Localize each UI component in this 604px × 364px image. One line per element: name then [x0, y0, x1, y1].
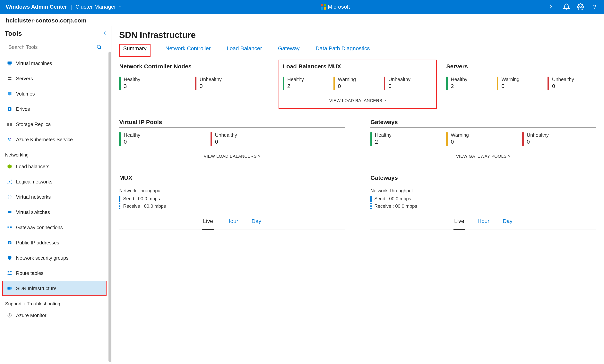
- servers-icon: [7, 76, 13, 82]
- sidebar-item-public-ip[interactable]: IPPublic IP addresses: [2, 235, 107, 250]
- gateway-connections-icon: [7, 224, 13, 230]
- card-title: Servers: [446, 63, 596, 72]
- send-indicator: [119, 196, 120, 202]
- top-bar: Windows Admin Center | Cluster Manager M…: [0, 0, 604, 14]
- section-dropdown[interactable]: Cluster Manager: [76, 4, 122, 10]
- sidebar-item-gateway-connections[interactable]: Gateway connections: [2, 220, 107, 235]
- time-tab-day[interactable]: Day: [502, 217, 513, 230]
- sidebar-item-virtual-networks[interactable]: Virtual networks: [2, 189, 107, 205]
- svg-rect-25: [10, 226, 12, 228]
- search-tools[interactable]: [5, 40, 105, 54]
- sidebar-item-label: Volumes: [16, 91, 35, 97]
- sidebar-item-virtual-switches[interactable]: Virtual switches: [2, 205, 107, 220]
- svg-text:IP: IP: [9, 242, 11, 244]
- time-tab-live[interactable]: Live: [453, 217, 465, 230]
- view-link[interactable]: VIEW LOAD BALANCERS >: [204, 154, 261, 159]
- stat: Warning0: [497, 77, 546, 90]
- stat-label: Unhealthy: [215, 132, 237, 138]
- stat-value: 0: [124, 139, 140, 145]
- tab-summary[interactable]: Summary: [119, 44, 151, 57]
- stat-value: 0: [501, 83, 519, 89]
- sidebar-item-virtual-machines[interactable]: Virtual machines: [2, 56, 107, 71]
- sidebar-item-storage-replica[interactable]: Storage Replica: [2, 117, 107, 132]
- status-bar-green: [370, 132, 372, 146]
- svg-marker-17: [8, 165, 12, 169]
- virtual-switches-icon: [7, 209, 13, 215]
- svg-rect-6: [9, 65, 10, 65]
- time-tab-live[interactable]: Live: [202, 217, 214, 230]
- svg-point-21: [8, 183, 9, 184]
- svg-rect-23: [8, 211, 12, 213]
- time-tab-day[interactable]: Day: [251, 217, 262, 230]
- content-area: SDN Infrastructure SummaryNetwork Contro…: [112, 26, 604, 364]
- sidebar-item-volumes[interactable]: Volumes: [2, 86, 107, 101]
- send-metric: Send : 00.0 mbps: [374, 196, 411, 201]
- time-tab-hour[interactable]: Hour: [226, 217, 239, 230]
- sidebar-item-logical-networks[interactable]: Logical networks: [2, 174, 107, 189]
- microsoft-tiles-icon: [321, 4, 326, 10]
- tab-data-path-diagnostics[interactable]: Data Path Diagnostics: [315, 44, 371, 57]
- stat-value: 2: [287, 83, 304, 89]
- stat: Healthy0: [119, 132, 209, 146]
- sidebar-item-label: Storage Replica: [16, 121, 51, 127]
- sidebar-item-label: Virtual machines: [16, 61, 52, 66]
- sidebar-item-route-tables[interactable]: Route tables: [2, 266, 107, 281]
- svg-point-3: [97, 45, 101, 49]
- tab-network-controller[interactable]: Network Controller: [164, 44, 212, 57]
- sidebar-item-nsg[interactable]: Network security groups: [2, 250, 107, 266]
- svg-point-2: [594, 8, 595, 9]
- settings-icon[interactable]: [577, 3, 584, 10]
- chevron-down-icon: [117, 4, 122, 10]
- stat-value: 0: [215, 139, 237, 145]
- collapse-sidebar-icon[interactable]: [102, 30, 108, 37]
- send-metric: Send : 00.0 mbps: [123, 196, 160, 201]
- virtual-networks-icon: [7, 194, 13, 200]
- product-name[interactable]: Windows Admin Center: [6, 4, 67, 10]
- svg-point-15: [10, 138, 11, 139]
- svg-point-16: [9, 140, 11, 141]
- summary-card: GatewaysHealthy2Warning0Unhealthy0VIEW G…: [370, 119, 596, 159]
- topbar-right-icons: [549, 3, 600, 10]
- status-bar-green: [446, 77, 448, 90]
- notifications-icon[interactable]: [563, 3, 570, 10]
- sidebar-item-label: Gateway connections: [16, 225, 63, 230]
- tab-load-balancer[interactable]: Load Balancer: [226, 44, 263, 57]
- sidebar-item-label: Azure Kubernetes Service: [16, 137, 73, 142]
- stat: Healthy2: [446, 77, 495, 90]
- card-title: Gateways: [370, 174, 596, 183]
- throughput-subhead: Network Throughput: [370, 188, 596, 194]
- cluster-host: hcicluster-contoso.corp.com: [0, 14, 604, 26]
- sidebar-item-load-balancers[interactable]: Load balancers: [2, 159, 107, 174]
- section-label: Cluster Manager: [76, 4, 116, 10]
- sidebar-scrollbar[interactable]: [109, 52, 111, 362]
- sidebar-item-sdn-infrastructure[interactable]: SDN Infrastructure: [2, 281, 107, 296]
- sidebar-item-label: Virtual networks: [16, 194, 51, 200]
- stat-value: 0: [451, 139, 469, 145]
- stat-label: Unhealthy: [388, 77, 411, 82]
- svg-rect-33: [8, 287, 10, 290]
- throughput-card: MUXNetwork ThroughputSend : 00.0 mbpsRec…: [119, 174, 345, 230]
- sidebar-item-label: Drives: [16, 106, 30, 112]
- stat-label: Healthy: [451, 77, 467, 82]
- view-link[interactable]: VIEW LOAD BALANCERS >: [329, 98, 386, 103]
- status-bar-red: [211, 132, 212, 146]
- sidebar-item-azure-monitor[interactable]: Azure Monitor: [2, 308, 107, 323]
- view-link[interactable]: VIEW GATEWAY POOLS >: [456, 154, 511, 159]
- throughput-card: GatewaysNetwork ThroughputSend : 00.0 mb…: [370, 174, 596, 230]
- card-title: Network Controller Nodes: [119, 63, 269, 72]
- page-title: SDN Infrastructure: [119, 26, 596, 43]
- tab-gateway[interactable]: Gateway: [277, 44, 301, 57]
- microsoft-brand-text: Microsoft: [328, 4, 350, 10]
- sidebar-item-servers[interactable]: Servers: [2, 71, 107, 86]
- time-tab-hour[interactable]: Hour: [477, 217, 490, 230]
- sidebar-item-label: SDN Infrastructure: [16, 286, 56, 291]
- shell-icon[interactable]: [549, 3, 556, 10]
- sidebar-item-drives[interactable]: Drives: [2, 101, 107, 117]
- help-icon[interactable]: [591, 3, 598, 10]
- status-bar-green: [119, 77, 121, 90]
- svg-point-14: [8, 138, 9, 140]
- sidebar-item-aks[interactable]: Azure Kubernetes Service: [2, 132, 107, 147]
- stat: Warning0: [446, 132, 520, 146]
- stat-value: 0: [552, 83, 574, 89]
- search-input[interactable]: [8, 44, 96, 50]
